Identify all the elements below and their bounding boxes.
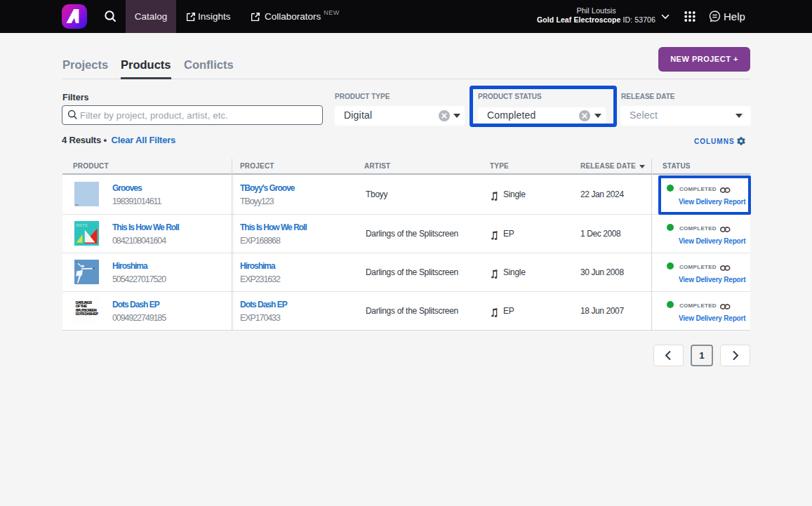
svg-text:DOTS: DOTS bbox=[76, 223, 88, 227]
svg-text:DOTS DASH EP: DOTS DASH EP bbox=[76, 312, 98, 316]
